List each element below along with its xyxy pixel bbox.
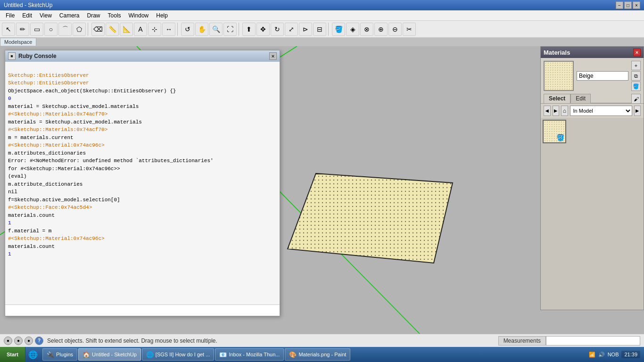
nav-forward-button[interactable]: ► [553,106,560,116]
toolbar-sep-2 [177,23,179,36]
eraser-tool-button[interactable]: ⌫ [91,23,105,36]
menu-camera[interactable]: Camera [56,11,83,20]
materials-tab-edit[interactable]: Edit [570,94,591,103]
title-bar-text: Untitled - SketchUp [4,2,52,8]
status-icon-2[interactable]: ● [14,337,23,345]
materials-close-button[interactable]: × [633,49,641,56]
paint-tool-button[interactable]: 🪣 [332,23,345,36]
taskbar-tray: 📶 🔊 NOB 21:39 [585,351,644,358]
ruby-console-title: Ruby Console [18,53,57,59]
materials-tab-select[interactable]: Select [544,94,570,103]
status-text: Select objects. Shift to extend select. … [47,337,498,344]
intersect-button[interactable]: ⊗ [360,23,373,36]
paint-bucket-overlay-icon: 🪣 [556,134,564,141]
ie-icon[interactable]: 🌐 [28,350,38,359]
rectangle-tool-button[interactable]: ▭ [30,23,43,36]
tape-tool-button[interactable]: 📏 [106,23,119,36]
ruby-input-area[interactable] [5,304,280,316]
menu-file[interactable]: File [2,11,18,20]
sketchup-icon: 🏠 [83,351,90,358]
pan-tool-button[interactable]: ✋ [195,23,208,36]
taskbar-item-paint[interactable]: 🎨 Materials.png - Paint [285,348,350,361]
menu-window[interactable]: Window [125,11,153,20]
select-tool-button[interactable]: ↖ [2,23,15,36]
status-icon-3[interactable]: ● [25,337,33,345]
main-area: ■ Ruby Console × Sketchup::EntitiesObser… [0,46,644,347]
svg-marker-6 [288,173,453,263]
offset-tool-button[interactable]: ⊟ [313,23,326,36]
toolbar-sep-4 [328,23,330,36]
trim-button[interactable]: ✂ [403,23,416,36]
sgs-icon: 🌐 [146,351,154,358]
materials-tabs: Select Edit 🖌 [541,94,644,104]
duplicate-material-button[interactable]: ⧉ [631,71,641,81]
materials-options-button[interactable]: 🖌 [631,94,641,103]
taskbar-item-sgs[interactable]: 🌐 [SGS II] How do I get ... [142,348,215,361]
menu-view[interactable]: View [36,11,56,20]
start-button[interactable]: Start [0,347,25,362]
help-icon[interactable]: ? [35,337,43,345]
protractor-tool-button[interactable]: 📐 [120,23,133,36]
materials-grid-area: 🪣 [541,118,644,310]
nav-export-button[interactable]: ► [634,106,641,116]
menu-bar: File Edit View Camera Draw Tools Window … [0,10,644,21]
push-pull-button[interactable]: ⬆ [242,23,256,36]
scale-tool-button[interactable]: ⤢ [285,23,298,36]
menu-edit[interactable]: Edit [18,11,36,20]
close-button[interactable]: × [633,1,640,9]
ruby-console: ■ Ruby Console × Sketchup::EntitiesObser… [5,50,280,316]
zoom-extents-button[interactable]: ⛶ [223,23,237,36]
plugins-icon: 🔌 [47,351,54,358]
delete-material-button[interactable]: 🪣 [631,82,641,91]
nav-home-button[interactable]: ⌂ [561,106,568,116]
materials-preview-area: Beige + ⧉ 🪣 [541,58,644,94]
toolbar-sep-3 [239,23,240,36]
menu-tools[interactable]: Tools [104,11,125,20]
text-tool-button[interactable]: A [134,23,147,36]
menu-help[interactable]: Help [152,11,172,20]
taskbar-item-sketchup[interactable]: 🏠 Untitled - SketchUp [78,348,141,361]
follow-me-button[interactable]: ⊳ [299,23,312,36]
ruby-console-titlebar: ■ Ruby Console × [5,50,280,62]
minimize-button[interactable]: − [616,1,623,9]
materials-titlebar: Materials × [541,47,644,58]
maximize-button[interactable]: □ [624,1,632,9]
union-button[interactable]: ⊕ [374,23,388,36]
toolbar: ↖ ✏ ▭ ○ ⌒ ⬠ ⌫ 📏 📐 A ⊹ ↔ ↺ ✋ 🔍 ⛶ ⬆ ✥ ↻ ⤢ … [0,21,644,38]
status-icon-1[interactable]: ● [4,337,12,345]
materials-title: Materials [544,49,570,56]
rotate-tool-button[interactable]: ↻ [271,23,284,36]
axes-tool-button[interactable]: ⊹ [148,23,161,36]
zoom-tool-button[interactable]: 🔍 [209,23,223,36]
toolbar-sep-1 [88,23,90,36]
taskbar-item-inbox[interactable]: 📧 Inbox - Mozilla Thun... [215,348,284,361]
ruby-console-close-button[interactable]: × [269,52,277,60]
subtract-button[interactable]: ⊖ [388,23,402,36]
outer-shell-button[interactable]: ◈ [346,23,359,36]
inbox-icon: 📧 [219,351,227,358]
pencil-tool-button[interactable]: ✏ [16,23,29,36]
modelspace-tab[interactable]: Modelspace [0,38,36,46]
taskbar: Start 🌐 🔌 Plugins 🏠 Untitled - SketchUp … [0,347,644,362]
status-bar: ● ● ● ? Select objects. Shift to extend … [0,334,644,347]
arc-tool-button[interactable]: ⌒ [58,23,72,36]
materials-toolbar-right: + ⧉ 🪣 [631,61,641,91]
measurements-label: Measurements [498,336,546,346]
measurements-area: Measurements [498,336,640,346]
polygon-tool-button[interactable]: ⬠ [73,23,86,36]
move-tool-button[interactable]: ✥ [256,23,270,36]
create-material-button[interactable]: + [631,61,641,70]
ruby-input[interactable] [5,305,280,316]
in-model-dropdown[interactable]: In Model Colors Colors-Named Asphalt and… [570,106,632,116]
circle-tool-button[interactable]: ○ [44,23,58,36]
paint-icon: 🎨 [289,351,297,358]
tray-network-icon: 📶 [589,352,595,358]
orbit-tool-button[interactable]: ↺ [181,23,194,36]
taskbar-item-plugins[interactable]: 🔌 Plugins [42,348,77,361]
material-grid-item[interactable]: 🪣 [543,120,566,143]
menu-draw[interactable]: Draw [83,11,104,20]
dims-tool-button[interactable]: ↔ [162,23,175,36]
ruby-output: Sketchup::EntitiesObserver Sketchup::Ent… [5,62,280,304]
nav-back-button[interactable]: ◄ [544,106,551,116]
materials-panel: Materials × Beige + ⧉ 🪣 Select Edit 🖌 [540,46,644,310]
